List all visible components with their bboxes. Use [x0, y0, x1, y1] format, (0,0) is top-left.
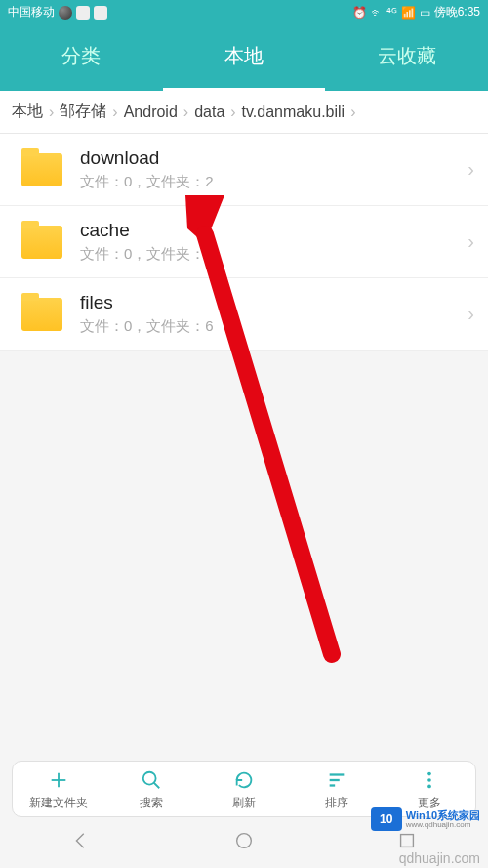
refresh-button[interactable]: 刷新: [198, 762, 291, 816]
svg-rect-14: [400, 835, 413, 847]
crumb[interactable]: tv.danmaku.bili: [238, 103, 349, 121]
signal-4g-icon: ⁴ᴳ: [386, 6, 397, 20]
folder-name-label: download: [80, 147, 468, 169]
watermark-footer: qdhuajin.com: [399, 850, 480, 866]
battery-icon: ▭: [420, 6, 430, 20]
nav-home-button[interactable]: [233, 830, 255, 855]
svg-point-13: [237, 834, 252, 848]
status-icon: [59, 6, 72, 20]
toolbar-label: 排序: [325, 795, 348, 811]
tab-local[interactable]: 本地: [163, 24, 326, 91]
clock-label: 傍晚6:35: [434, 4, 480, 21]
crumb[interactable]: 本地: [8, 102, 47, 122]
search-icon: [139, 767, 164, 793]
chevron-right-icon: ›: [230, 103, 235, 121]
folder-list: download 文件：0，文件夹：2 › cache 文件：0，文件夹：4 ›…: [0, 134, 488, 351]
status-icon: [94, 6, 107, 20]
top-tabs: 分类 本地 云收藏: [0, 24, 488, 91]
chevron-right-icon: ›: [468, 158, 474, 181]
folder-name-label: files: [80, 292, 468, 313]
sort-button[interactable]: 排序: [290, 762, 383, 816]
folder-icon: [21, 298, 62, 331]
crumb[interactable]: data: [190, 103, 228, 121]
folder-count-label: 文件：0，文件夹：4: [80, 245, 468, 264]
folder-count-label: 文件：0，文件夹：2: [80, 173, 468, 191]
svg-point-12: [427, 784, 431, 788]
svg-point-11: [427, 778, 431, 782]
toolbar-label: 新建文件夹: [29, 795, 88, 811]
watermark-title: Win10系统家园: [406, 810, 480, 821]
wifi-icon: ᯤ: [371, 6, 383, 20]
signal-icon: 📶: [401, 6, 416, 20]
crumb[interactable]: Android: [120, 103, 182, 121]
watermark-url: www.qdhuajin.com: [406, 821, 480, 829]
toolbar-label: 刷新: [232, 795, 256, 811]
new-folder-button[interactable]: 新建文件夹: [13, 762, 105, 816]
svg-point-10: [427, 771, 431, 775]
chevron-right-icon: ›: [112, 103, 117, 121]
status-bar: 中国移动 ⏰ ᯤ ⁴ᴳ 📶 ▭ 傍晚6:35: [0, 0, 488, 24]
status-icon: [76, 6, 90, 20]
svg-line-6: [154, 782, 160, 788]
search-button[interactable]: 搜索: [105, 762, 198, 816]
list-item[interactable]: files 文件：0，文件夹：6 ›: [0, 278, 488, 351]
crumb[interactable]: 邹存储: [56, 102, 110, 122]
refresh-icon: [231, 767, 257, 793]
carrier-label: 中国移动: [8, 4, 55, 21]
list-item[interactable]: cache 文件：0，文件夹：4 ›: [0, 206, 488, 278]
plus-icon: [46, 767, 71, 793]
chevron-right-icon: ›: [468, 230, 474, 253]
tab-category[interactable]: 分类: [0, 24, 163, 91]
toolbar-label: 搜索: [140, 795, 163, 811]
folder-name-label: cache: [80, 220, 468, 241]
svg-point-5: [143, 771, 156, 784]
more-icon: [417, 767, 442, 793]
folder-icon: [21, 153, 62, 186]
watermark-badge: 10: [371, 807, 402, 831]
folder-icon: [21, 226, 62, 259]
chevron-right-icon: ›: [350, 103, 355, 121]
watermark: 10 Win10系统家园 www.qdhuajin.com: [371, 807, 480, 831]
alarm-icon: ⏰: [352, 6, 367, 20]
sort-icon: [324, 767, 349, 793]
nav-back-button[interactable]: [70, 830, 92, 855]
breadcrumb: 本地› 邹存储› Android› data› tv.danmaku.bili›: [0, 91, 488, 134]
chevron-right-icon: ›: [183, 103, 188, 121]
chevron-right-icon: ›: [468, 303, 474, 325]
list-item[interactable]: download 文件：0，文件夹：2 ›: [0, 134, 488, 206]
folder-count-label: 文件：0，文件夹：6: [80, 317, 468, 336]
tab-cloud[interactable]: 云收藏: [325, 24, 488, 91]
chevron-right-icon: ›: [49, 103, 54, 121]
